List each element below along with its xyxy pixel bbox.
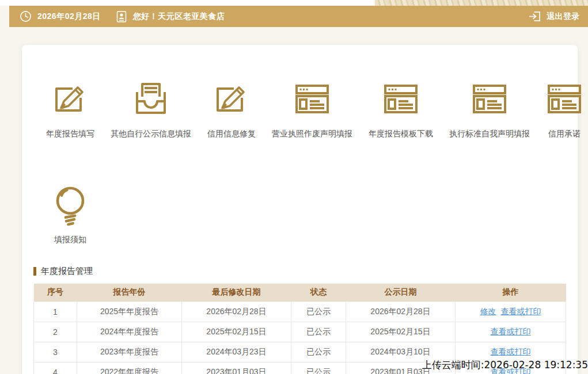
annual-report-section: 年度报告管理 序号 报告年份 最后修改日期 状态 公示日期 操作 1 2025年… bbox=[22, 245, 578, 374]
logout-label: 退出登录 bbox=[547, 12, 580, 22]
cell-published: 2025年02月15日 bbox=[346, 322, 456, 342]
col-header-index: 序号 bbox=[34, 284, 77, 302]
menu-item-label: 年度报告模板下载 bbox=[369, 129, 433, 139]
menu-item-label: 信用信息修复 bbox=[207, 129, 256, 139]
cell-year: 2022年年度报告 bbox=[77, 362, 182, 374]
menu-item-label: 其他自行公示信息填报 bbox=[111, 129, 191, 139]
table-row: 1 2025年年度报告 2026年02月28日 已公示 2026年02月28日 … bbox=[34, 302, 566, 322]
menu-item[interactable]: 信用信息修复 bbox=[207, 81, 256, 139]
menu-item[interactable]: 营业执照作废声明填报 bbox=[272, 81, 352, 139]
section-title-text: 年度报告管理 bbox=[41, 266, 93, 277]
status-badge: 已公示 bbox=[291, 302, 346, 322]
browser-icon bbox=[382, 81, 419, 117]
browser-icon bbox=[546, 81, 583, 117]
top-decor-pattern bbox=[375, 0, 588, 6]
inbox-doc-icon bbox=[132, 81, 169, 117]
browser-icon bbox=[471, 81, 508, 117]
status-badge: 已公示 bbox=[291, 362, 346, 374]
menu-item[interactable]: 其他自行公示信息填报 bbox=[111, 81, 191, 139]
cell-modified: 2025年02月15日 bbox=[182, 322, 291, 342]
col-header-year: 报告年份 bbox=[77, 284, 182, 302]
notice-label: 填报须知 bbox=[54, 235, 86, 245]
col-header-published: 公示日期 bbox=[346, 284, 456, 302]
col-header-modified: 最后修改日期 bbox=[182, 284, 291, 302]
menu-item-label: 信用承诺 bbox=[548, 129, 581, 139]
cell-modified: 2024年03月23日 bbox=[182, 342, 291, 362]
menu-item-label: 执行标准自我声明填报 bbox=[449, 129, 530, 139]
edit-square-icon bbox=[52, 81, 89, 117]
menu-item-notice[interactable]: 填报须知 bbox=[46, 184, 94, 245]
section-title-marker bbox=[33, 267, 36, 276]
cell-modified: 2023年01月03日 bbox=[182, 362, 291, 374]
lightbulb-icon bbox=[49, 184, 92, 227]
action-link[interactable]: 查看或打印 bbox=[491, 327, 531, 336]
topbar-left: 2026年02月28日 您好！天元区老亚美食店 bbox=[9, 10, 225, 23]
cell-modified: 2026年02月28日 bbox=[182, 302, 291, 322]
cell-index: 4 bbox=[34, 362, 77, 374]
cell-published: 2026年02月28日 bbox=[346, 302, 456, 322]
cell-actions: 查看或打印 bbox=[456, 322, 566, 342]
cell-actions: 修改查看或打印 bbox=[456, 302, 566, 322]
cell-year: 2025年年度报告 bbox=[77, 302, 182, 322]
cell-index: 1 bbox=[34, 302, 77, 322]
cell-year: 2023年年度报告 bbox=[77, 342, 182, 362]
status-badge: 已公示 bbox=[291, 322, 346, 342]
menu-item[interactable]: 执行标准自我声明填报 bbox=[449, 81, 530, 139]
cell-year: 2024年年度报告 bbox=[77, 322, 182, 342]
top-decor-strip bbox=[0, 0, 588, 6]
status-badge: 已公示 bbox=[291, 342, 346, 362]
menu-grid: 年度报告填写 其他自行公示信息填报 信用信息修复 bbox=[22, 45, 578, 139]
menu-item[interactable]: 年度报告填写 bbox=[46, 81, 94, 139]
col-header-actions: 操作 bbox=[456, 284, 566, 302]
edit-square-icon bbox=[213, 81, 250, 117]
col-header-status: 状态 bbox=[291, 284, 346, 302]
clock-icon bbox=[20, 10, 32, 22]
action-link[interactable]: 修改 bbox=[480, 307, 496, 316]
notice-row: 填报须知 bbox=[22, 139, 578, 245]
upload-timestamp-watermark: 上传云端时间:2026-02-28 19:12:35 bbox=[422, 358, 588, 372]
table-row: 2 2024年年度报告 2025年02月15日 已公示 2025年02月15日 … bbox=[34, 322, 566, 342]
main-card: 年度报告填写 其他自行公示信息填报 信用信息修复 bbox=[22, 45, 578, 374]
cell-index: 3 bbox=[34, 342, 77, 362]
browser-icon bbox=[294, 81, 331, 117]
table-header-row: 序号 报告年份 最后修改日期 状态 公示日期 操作 bbox=[34, 284, 566, 302]
topbar: 2026年02月28日 您好！天元区老亚美食店 退出登录 bbox=[9, 6, 588, 27]
action-link[interactable]: 查看或打印 bbox=[491, 347, 531, 356]
action-link[interactable]: 查看或打印 bbox=[501, 307, 541, 316]
user-badge-icon bbox=[116, 10, 127, 23]
menu-item-label: 营业执照作废声明填报 bbox=[272, 129, 352, 139]
logout-button[interactable]: 退出登录 bbox=[528, 10, 588, 23]
cell-index: 2 bbox=[34, 322, 77, 342]
topbar-date: 2026年02月28日 bbox=[37, 12, 101, 22]
menu-item-label: 年度报告填写 bbox=[46, 129, 94, 139]
logout-icon bbox=[528, 10, 541, 23]
menu-item[interactable]: 年度报告模板下载 bbox=[369, 81, 433, 139]
topbar-greeting: 您好！天元区老亚美食店 bbox=[133, 12, 225, 22]
section-title: 年度报告管理 bbox=[33, 266, 566, 277]
menu-item[interactable]: 信用承诺 bbox=[546, 81, 583, 139]
